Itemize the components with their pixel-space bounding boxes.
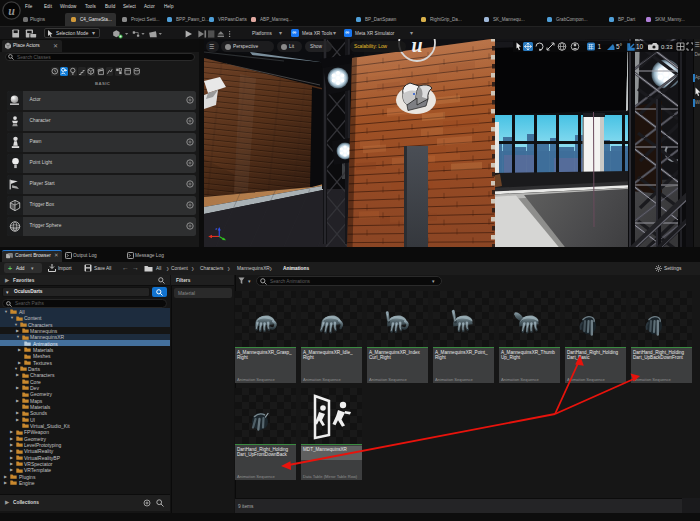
svg-text:0.33: 0.33 bbox=[661, 44, 673, 50]
svg-text:u: u bbox=[8, 4, 15, 18]
svg-text:5°: 5° bbox=[616, 43, 623, 50]
svg-text:u: u bbox=[411, 39, 422, 56]
svg-text:z: z bbox=[215, 227, 217, 231]
svg-text:1: 1 bbox=[598, 43, 602, 50]
svg-text:10: 10 bbox=[636, 43, 644, 50]
